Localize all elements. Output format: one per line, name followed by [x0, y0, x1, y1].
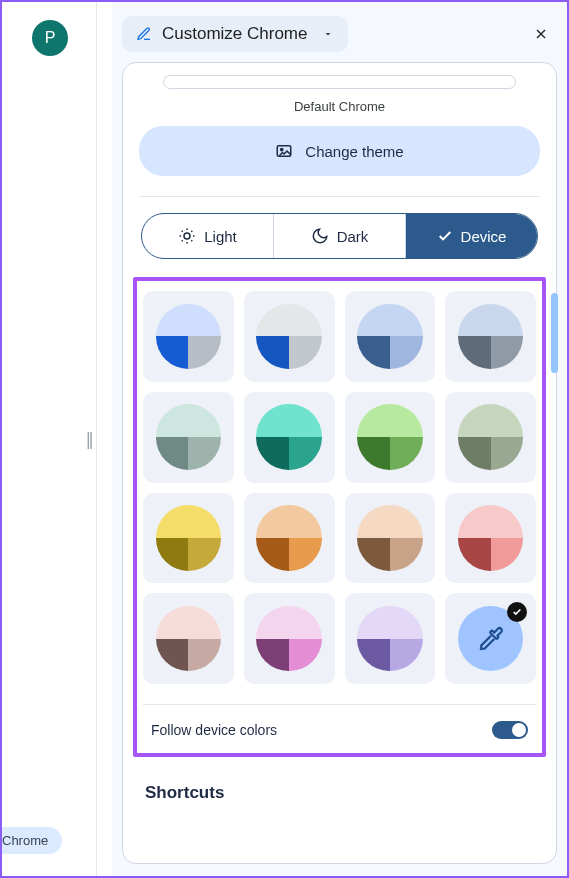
swatch-circle — [256, 304, 321, 369]
theme-preview-strip — [163, 75, 516, 89]
chrome-chip-label: Chrome — [2, 833, 48, 848]
customize-panel: Customize Chrome Default Chrome Change t… — [112, 2, 567, 876]
panel-header: Customize Chrome — [122, 16, 557, 52]
color-swatch-0[interactable] — [143, 291, 234, 382]
avatar-initial: P — [45, 29, 56, 47]
swatch-circle — [458, 505, 523, 570]
mode-dark-button[interactable]: Dark — [274, 214, 406, 258]
swatch-circle — [156, 606, 221, 671]
swatch-circle — [156, 505, 221, 570]
drag-handle-icon[interactable]: || — [86, 429, 91, 450]
follow-device-row: Follow device colors — [143, 704, 536, 743]
image-icon — [275, 142, 293, 160]
swatch-circle — [256, 404, 321, 469]
sun-icon — [178, 227, 196, 245]
color-swatch-6[interactable] — [345, 392, 436, 483]
color-swatch-grid — [139, 291, 540, 690]
swatch-circle — [156, 304, 221, 369]
color-swatch-13[interactable] — [244, 593, 335, 684]
panel-title: Customize Chrome — [162, 24, 308, 44]
highlight-annotation: Follow device colors — [133, 277, 546, 757]
close-button[interactable] — [525, 18, 557, 50]
moon-icon — [311, 227, 329, 245]
follow-device-label: Follow device colors — [151, 722, 277, 738]
color-swatch-8[interactable] — [143, 493, 234, 584]
scrollbar-thumb[interactable] — [551, 293, 558, 373]
color-swatch-3[interactable] — [445, 291, 536, 382]
caret-down-icon — [322, 28, 334, 40]
mode-dark-label: Dark — [337, 228, 369, 245]
swatch-circle — [357, 304, 422, 369]
change-theme-label: Change theme — [305, 143, 403, 160]
pencil-icon — [136, 26, 152, 42]
swatch-circle — [357, 404, 422, 469]
shortcuts-heading: Shortcuts — [145, 783, 534, 803]
swatch-circle — [357, 606, 422, 671]
color-swatch-12[interactable] — [143, 593, 234, 684]
color-swatch-5[interactable] — [244, 392, 335, 483]
divider — [139, 196, 540, 197]
change-theme-button[interactable]: Change theme — [139, 126, 540, 176]
color-swatch-1[interactable] — [244, 291, 335, 382]
theme-caption: Default Chrome — [135, 99, 544, 114]
swatch-circle — [256, 505, 321, 570]
color-swatch-14[interactable] — [345, 593, 436, 684]
swatch-circle — [458, 304, 523, 369]
mode-light-button[interactable]: Light — [142, 214, 274, 258]
color-swatch-10[interactable] — [345, 493, 436, 584]
eyedropper-icon — [458, 606, 523, 671]
swatch-circle — [156, 404, 221, 469]
chrome-chip[interactable]: Chrome — [0, 827, 62, 854]
mode-device-button[interactable]: Device — [406, 214, 537, 258]
swatch-circle — [256, 606, 321, 671]
custom-color-picker[interactable] — [445, 593, 536, 684]
mode-light-label: Light — [204, 228, 237, 245]
check-icon — [437, 228, 453, 244]
panel-title-dropdown[interactable]: Customize Chrome — [122, 16, 348, 52]
svg-point-1 — [281, 148, 283, 150]
svg-point-2 — [184, 233, 190, 239]
color-swatch-9[interactable] — [244, 493, 335, 584]
color-swatch-11[interactable] — [445, 493, 536, 584]
close-icon — [533, 26, 549, 42]
color-swatch-4[interactable] — [143, 392, 234, 483]
left-sidebar: P || Chrome — [2, 2, 97, 876]
selected-check-icon — [507, 602, 527, 622]
appearance-mode-group: Light Dark Device — [141, 213, 538, 259]
color-swatch-2[interactable] — [345, 291, 436, 382]
avatar[interactable]: P — [32, 20, 68, 56]
swatch-circle — [458, 404, 523, 469]
follow-device-toggle[interactable] — [492, 721, 528, 739]
mode-device-label: Device — [461, 228, 507, 245]
color-swatch-7[interactable] — [445, 392, 536, 483]
swatch-circle — [357, 505, 422, 570]
scroll-area: Default Chrome Change theme Light Dark — [122, 62, 557, 864]
